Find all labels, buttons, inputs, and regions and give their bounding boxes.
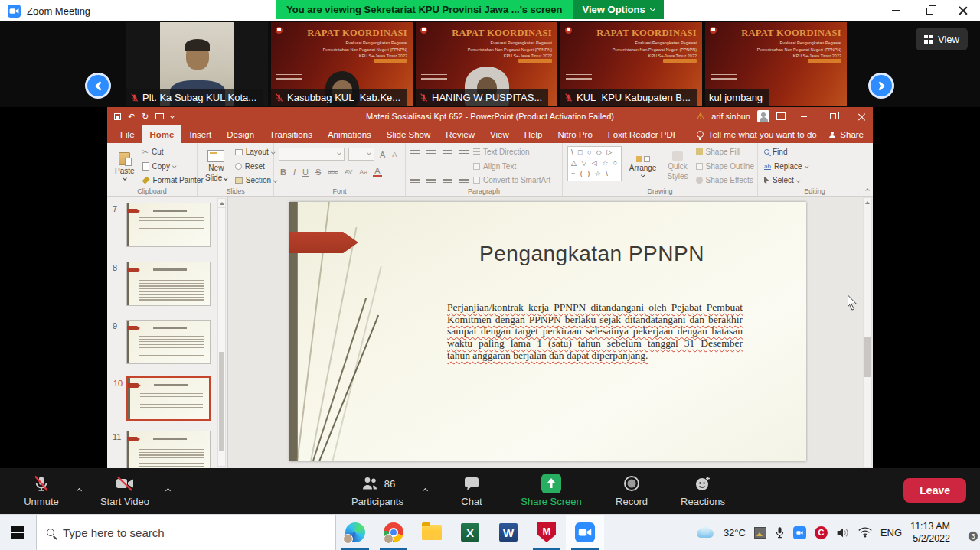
slide-body-text[interactable]: Perjanjian/kontrak kerja PPNPN ditandang… <box>447 301 743 361</box>
increase-indent-icon[interactable] <box>459 148 469 155</box>
video-options-chevron[interactable] <box>166 483 170 495</box>
view-options-button[interactable]: View Options <box>573 0 664 19</box>
shape-effects-button[interactable]: Shape Effects <box>696 176 754 184</box>
text-direction-button[interactable]: Text Direction <box>473 148 550 156</box>
font-size-combobox[interactable] <box>348 148 374 161</box>
participants-button[interactable]: 86 Participants <box>343 474 412 507</box>
microphone-tray-icon[interactable] <box>775 526 785 539</box>
participant-tile-5[interactable]: RAPAT KOORDINASI Evaluasi Pengangkatan P… <box>705 22 847 106</box>
participant-tile-3[interactable]: RAPAT KOORDINASI Evaluasi Pengangkatan P… <box>416 22 557 106</box>
slide-thumbnail-9[interactable]: 9 <box>126 320 211 364</box>
panel-scroll-up-button[interactable] <box>218 199 225 208</box>
taskbar-search[interactable] <box>36 515 336 550</box>
language-indicator[interactable]: ENG <box>880 527 902 539</box>
panel-scrollbar[interactable] <box>217 198 226 467</box>
bullets-icon[interactable] <box>410 148 420 155</box>
tell-me-box[interactable]: Tell me what you want to do <box>697 125 817 143</box>
restore-button[interactable] <box>913 0 946 21</box>
tab-foxit-reader-pdf[interactable]: Foxit Reader PDF <box>600 125 686 143</box>
collapse-ribbon-button[interactable] <box>866 184 869 194</box>
screenshot-tool-icon[interactable] <box>754 527 766 539</box>
format-painter-button[interactable]: Format Painter <box>142 176 204 184</box>
participant-tile-1[interactable]: Plt. Ka Subag KUL Kota... <box>126 22 268 106</box>
font-color-button[interactable]: A <box>373 167 381 177</box>
cut-button[interactable]: ✂Cut <box>142 148 204 156</box>
clear-formatting-button[interactable]: abc <box>326 168 339 175</box>
taskbar-zoom-active[interactable] <box>566 515 604 550</box>
find-button[interactable]: Find <box>764 148 808 156</box>
align-text-button[interactable]: Align Text <box>473 162 550 171</box>
select-button[interactable]: Select <box>764 176 808 184</box>
ppt-share-button[interactable]: Share <box>829 125 873 143</box>
participant-tile-4[interactable]: RAPAT KOORDINASI Evaluasi Pengangkatan P… <box>560 22 702 106</box>
quick-styles-button[interactable]: Quick Styles <box>664 146 691 186</box>
justify-icon[interactable] <box>459 177 469 184</box>
tab-home[interactable]: Home <box>142 125 182 143</box>
change-case-button[interactable]: Aa <box>358 168 369 176</box>
undo-icon[interactable]: ↶ <box>128 112 135 122</box>
taskbar-word[interactable]: W <box>489 515 528 550</box>
previous-participants-button[interactable] <box>85 73 111 99</box>
underline-button[interactable]: U <box>301 168 310 177</box>
section-button[interactable]: Section <box>235 176 277 184</box>
unmute-button[interactable]: Unmute <box>14 474 69 507</box>
tab-design[interactable]: Design <box>219 125 262 143</box>
ppt-restore-button[interactable] <box>822 107 844 125</box>
participants-options-chevron[interactable] <box>423 483 427 495</box>
slide-thumbnail-10-selected[interactable]: 10 <box>126 376 211 421</box>
participant-tile-2[interactable]: RAPAT KOORDINASI Evaluasi Pengangkatan P… <box>271 22 413 106</box>
numbering-icon[interactable] <box>426 148 436 155</box>
wifi-icon[interactable] <box>858 527 872 538</box>
shrink-font-button[interactable]: A <box>390 151 398 158</box>
taskbar-edge[interactable] <box>336 515 374 550</box>
new-slide-button[interactable]: New Slide <box>202 146 230 186</box>
scroll-thumb[interactable] <box>864 337 871 377</box>
convert-smartart-button[interactable]: Convert to SmartArt <box>473 176 550 184</box>
tab-review[interactable]: Review <box>438 125 482 143</box>
leave-button[interactable]: Leave <box>903 478 966 503</box>
record-button[interactable]: Record <box>606 474 657 507</box>
weather-icon[interactable] <box>695 526 715 539</box>
view-layout-button[interactable]: View <box>916 28 968 50</box>
align-center-icon[interactable] <box>426 177 436 184</box>
chat-button[interactable]: Chat <box>450 474 493 507</box>
ribbon-display-options-icon[interactable] <box>776 112 786 120</box>
slide-thumbnail-8[interactable]: 8 <box>126 262 211 306</box>
taskbar-chrome[interactable] <box>374 515 413 550</box>
slide-title[interactable]: Pengangkatan PPNPN <box>454 242 730 266</box>
tab-file[interactable]: File <box>113 125 142 143</box>
strikethrough-button[interactable]: S <box>314 168 322 177</box>
slide-scrollbar[interactable] <box>863 197 872 467</box>
tab-nitro-pro[interactable]: Nitro Pro <box>550 125 599 143</box>
audio-options-chevron[interactable] <box>77 483 81 495</box>
next-participants-button[interactable] <box>868 73 894 99</box>
copy-button[interactable]: Copy <box>142 162 204 171</box>
search-input[interactable] <box>63 526 292 539</box>
italic-button[interactable]: I <box>292 168 297 177</box>
tab-view[interactable]: View <box>482 125 517 143</box>
tab-slide-show[interactable]: Slide Show <box>379 125 439 143</box>
redo-icon[interactable]: ↻ <box>142 112 149 122</box>
notification-center-button[interactable]: 3 <box>959 526 974 539</box>
scroll-up-button[interactable] <box>864 198 871 207</box>
shape-fill-button[interactable]: Shape Fill <box>696 148 754 156</box>
temperature[interactable]: 32°C <box>724 527 746 539</box>
panel-scroll-thumb[interactable] <box>219 352 224 451</box>
share-screen-button[interactable]: Share Screen <box>514 474 588 507</box>
account-avatar[interactable] <box>757 110 769 122</box>
minimize-button[interactable] <box>879 0 913 21</box>
qat-customize-chevron-icon[interactable] <box>171 114 175 119</box>
bold-button[interactable]: B <box>279 168 288 177</box>
reactions-button[interactable]: Reactions <box>671 474 735 507</box>
character-spacing-button[interactable]: AV <box>343 168 354 175</box>
ppt-close-button[interactable] <box>851 107 873 125</box>
replace-button[interactable]: abReplace <box>764 162 808 171</box>
font-name-combobox[interactable] <box>279 148 345 161</box>
arrange-button[interactable]: Arrange <box>626 146 660 186</box>
reset-button[interactable]: Reset <box>235 162 277 171</box>
close-button[interactable] <box>946 0 980 21</box>
tab-help[interactable]: Help <box>517 125 550 143</box>
save-icon[interactable] <box>114 113 121 120</box>
start-presentation-icon[interactable] <box>155 113 164 119</box>
align-left-icon[interactable] <box>410 177 420 184</box>
